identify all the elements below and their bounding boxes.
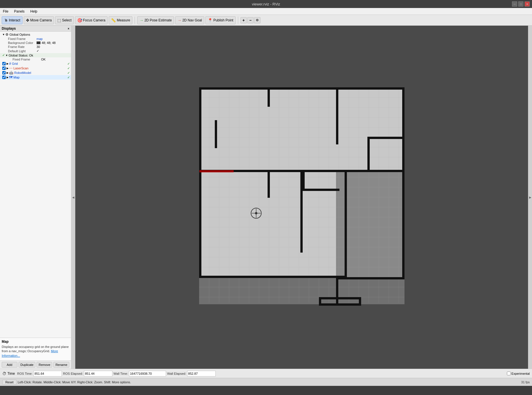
laser-scan-arrow[interactable]: ▶ xyxy=(7,67,9,70)
viewport[interactable] xyxy=(75,26,528,369)
map-icon: 🗺 xyxy=(9,75,13,79)
default-light-row: Default Light ✓ xyxy=(0,49,71,53)
map-item[interactable]: ▶ 🗺 Map ✓ xyxy=(0,75,71,80)
frame-rate-value[interactable]: 30 xyxy=(37,45,40,49)
background-color-swatch[interactable] xyxy=(37,41,41,44)
default-light-value[interactable]: ✓ xyxy=(37,49,39,53)
floor-plan-svg xyxy=(191,86,413,309)
move-camera-label: Move Camera xyxy=(30,18,52,22)
robot-model-item[interactable]: ▶ 🤖 RobotModel ✓ xyxy=(0,70,71,75)
desc-title: Map xyxy=(2,340,69,344)
interact-label: Interact xyxy=(9,18,20,22)
fixed-frame-key: Fixed Frame xyxy=(8,37,37,41)
status-instructions: Left-Click: Rotate. Middle-Click: Move X… xyxy=(18,380,131,384)
map-checkbox[interactable] xyxy=(2,76,6,79)
publish-point-button[interactable]: 📍 Publish Point xyxy=(205,16,236,24)
zoom-in-button[interactable]: + xyxy=(240,17,247,23)
grid-item[interactable]: ▶ # Grid ✓ xyxy=(0,61,71,66)
svg-rect-54 xyxy=(345,170,347,278)
robot-model-checkbox[interactable] xyxy=(2,71,6,74)
close-button[interactable]: ✕ xyxy=(525,1,530,7)
laser-scan-item[interactable]: ▶ ⋯ LaserScan ✓ xyxy=(0,66,71,70)
minimize-button[interactable]: ─ xyxy=(512,1,517,7)
default-light-key: Default Light xyxy=(8,49,37,53)
nav-goal-button[interactable]: → 2D Nav Goal xyxy=(175,16,204,24)
map-check: ✓ xyxy=(67,76,70,79)
background-color-value[interactable]: 48; 48; 48 xyxy=(42,41,56,45)
displays-collapse-icon[interactable]: × xyxy=(68,27,69,30)
wall-time-label: Wall Time: xyxy=(114,372,128,375)
svg-rect-52 xyxy=(402,170,404,278)
frame-rate-key: Frame Rate xyxy=(8,45,37,49)
wall-elapsed-input[interactable] xyxy=(187,371,216,376)
laser-scan-check: ✓ xyxy=(67,66,70,70)
measure-button[interactable]: 📏 Measure xyxy=(109,16,132,24)
rename-button[interactable]: Rename xyxy=(53,362,69,368)
remove-button[interactable]: Remove xyxy=(37,362,52,368)
measure-label: Measure xyxy=(117,18,130,22)
svg-rect-60 xyxy=(302,170,305,191)
reset-button[interactable]: Reset xyxy=(2,380,17,385)
svg-rect-71 xyxy=(268,104,270,107)
fixed-frame-value[interactable]: map xyxy=(37,37,43,41)
laser-scan-label: LaserScan xyxy=(13,66,67,70)
global-status-item[interactable]: ✓ ▼ Global Status: Ok xyxy=(0,53,71,57)
robot-model-arrow[interactable]: ▶ xyxy=(7,71,9,74)
add-button[interactable]: Add xyxy=(2,362,17,368)
experimental-label: Experimental xyxy=(511,372,530,375)
svg-rect-57 xyxy=(268,170,270,196)
robot-model-label: RobotModel xyxy=(14,71,67,74)
global-options-item[interactable]: ▼ ⚙ Global Options xyxy=(0,32,71,37)
pose-estimate-button[interactable]: → 2D Pose Estimate xyxy=(137,16,174,24)
select-button[interactable]: ⬚ Select xyxy=(55,16,74,24)
pose-estimate-icon: → xyxy=(139,18,143,23)
global-status-label: Global Status: Ok xyxy=(9,54,70,57)
global-status-arrow[interactable]: ▼ xyxy=(5,54,8,57)
svg-rect-46 xyxy=(199,87,404,90)
robot-model-icon: 🤖 xyxy=(9,71,13,75)
laser-scan-checkbox[interactable] xyxy=(2,66,6,70)
toolbar: 🖱 Interact ✥ Move Camera ⬚ Select 🎯 Focu… xyxy=(0,15,532,26)
displays-title: Displays xyxy=(2,27,16,31)
wall-elapsed-group: Wall Elapsed: xyxy=(167,371,216,376)
zoom-fit-button[interactable]: ⊙ xyxy=(254,17,260,23)
background-color-key: Background Color xyxy=(8,41,37,45)
interact-icon: 🖱 xyxy=(4,18,8,23)
ros-elapsed-input[interactable] xyxy=(84,371,112,376)
fixed-frame-status-value: OK xyxy=(41,58,46,61)
interact-button[interactable]: 🖱 Interact xyxy=(2,16,23,24)
menu-help[interactable]: Help xyxy=(29,9,39,14)
experimental-checkbox[interactable] xyxy=(507,372,511,375)
publish-point-icon: 📍 xyxy=(208,18,213,23)
window-controls: ─ □ ✕ xyxy=(512,1,530,7)
menu-file[interactable]: File xyxy=(2,9,9,14)
svg-rect-70 xyxy=(268,87,270,104)
svg-rect-50 xyxy=(336,87,338,144)
zoom-out-button[interactable]: − xyxy=(247,17,254,23)
right-collapse-handle[interactable]: ▶ xyxy=(528,26,532,369)
restore-button[interactable]: □ xyxy=(518,1,523,7)
wall-elapsed-label: Wall Elapsed: xyxy=(167,372,186,375)
menu-bar: File Panels Help xyxy=(0,8,532,15)
ros-elapsed-label: ROS Elapsed: xyxy=(63,372,83,375)
wall-time-group: Wall Time: xyxy=(114,371,166,376)
move-camera-button[interactable]: ✥ Move Camera xyxy=(24,16,54,24)
move-camera-icon: ✥ xyxy=(26,18,29,23)
time-fields: ROS Time: ROS Elapsed: Wall Time: Wall E… xyxy=(17,371,507,376)
ros-time-input[interactable] xyxy=(33,371,62,376)
window-title: viewer.rviz - RViz xyxy=(252,2,280,6)
menu-panels[interactable]: Panels xyxy=(13,9,26,14)
svg-rect-58 xyxy=(268,196,270,198)
map-arrow[interactable]: ▶ xyxy=(7,76,9,79)
wall-time-input[interactable] xyxy=(129,371,166,376)
frame-rate-row: Frame Rate 30 xyxy=(0,45,71,49)
grid-arrow[interactable]: ▶ xyxy=(7,62,9,65)
fps-display: 31 fps xyxy=(521,380,530,384)
duplicate-button[interactable]: Duplicate xyxy=(19,362,36,368)
grid-checkbox[interactable] xyxy=(2,62,6,65)
measure-icon: 📏 xyxy=(111,18,116,23)
global-options-arrow[interactable]: ▼ xyxy=(2,33,5,36)
svg-rect-61 xyxy=(367,137,404,139)
focus-camera-button[interactable]: 🎯 Focus Camera xyxy=(75,16,108,24)
left-collapse-handle[interactable]: ◀ xyxy=(71,26,75,369)
